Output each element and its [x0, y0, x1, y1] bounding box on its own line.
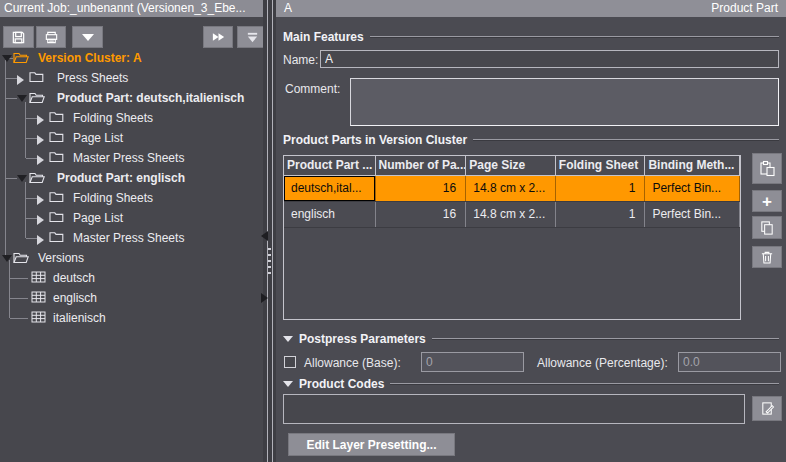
save-button[interactable]: [3, 26, 34, 48]
tree-item-deutsch[interactable]: deutsch: [0, 268, 263, 288]
folder-closed-icon: [49, 191, 64, 203]
application-window: Current Job:_unbenannt (Versionen_3_Ebe.…: [0, 0, 786, 462]
table-cell[interactable]: 1: [556, 202, 646, 227]
folder-open-icon: [13, 51, 29, 64]
product-parts-title: Product Parts in Version Cluster: [283, 133, 467, 147]
expand-toggle-icon[interactable]: [37, 135, 44, 145]
expand-toggle-icon[interactable]: [37, 215, 44, 225]
expand-toggle-icon[interactable]: [17, 75, 24, 85]
tree-item-press-sheets[interactable]: Press Sheets: [0, 68, 263, 88]
tree-item-product-part-englisch[interactable]: Product Part: englisch: [0, 168, 263, 188]
save-icon: [11, 30, 26, 45]
tree-item-master-press-sheets[interactable]: Master Press Sheets: [0, 148, 263, 168]
allowance-base-label: Allowance (Base):: [304, 356, 401, 370]
panel-splitter[interactable]: [263, 0, 276, 462]
tree-item-italienisch[interactable]: italienisch: [0, 308, 263, 328]
delete-product-part-button[interactable]: [752, 246, 782, 268]
main-features-header: Main Features: [283, 30, 779, 43]
allowance-percentage-input[interactable]: [678, 352, 781, 372]
splitter-grip: [268, 248, 271, 250]
table-row[interactable]: englisch1614.8 cm x 2...1Perfect Bin...: [284, 202, 740, 228]
column-header[interactable]: Binding Meth...: [645, 156, 740, 175]
expand-toggle-icon[interactable]: [37, 235, 44, 245]
folder-closed-icon: [49, 111, 64, 123]
tree-item-label: Product Part: deutsch,italienisch: [57, 91, 244, 105]
collapse-left-arrow-icon[interactable]: [261, 231, 268, 241]
tree-item-product-part-deutsch-italienisch[interactable]: Product Part: deutsch,italienisch: [0, 88, 263, 108]
folder-open-icon: [29, 171, 45, 184]
tree-item-label: Master Press Sheets: [73, 231, 184, 245]
section-collapse-icon[interactable]: [283, 381, 293, 387]
expand-toggle-icon[interactable]: [37, 195, 44, 205]
column-header[interactable]: Product Part ...: [284, 156, 376, 175]
job-title-bar: Current Job:_unbenannt (Versionen_3_Ebe.…: [0, 0, 263, 17]
name-label: Name:: [283, 53, 318, 67]
folder-closed-icon: [49, 151, 64, 163]
tree-item-folding-sheets[interactable]: Folding Sheets: [0, 108, 263, 128]
column-header[interactable]: Page Size: [466, 156, 556, 175]
collapse-toggle-icon[interactable]: [17, 175, 27, 182]
expand-toggle-icon[interactable]: [37, 155, 44, 165]
comment-textarea[interactable]: [350, 78, 779, 126]
group-divider: [370, 36, 779, 38]
collapse-toggle-icon[interactable]: [2, 255, 12, 262]
table-row[interactable]: deutsch,ital...1614.8 cm x 2...1Perfect …: [284, 176, 740, 202]
grid-icon: [31, 271, 46, 283]
allowance-checkbox[interactable]: [284, 356, 296, 368]
edit-layer-presetting-button[interactable]: Edit Layer Presetting...: [288, 433, 455, 456]
product-parts-header: Product Parts in Version Cluster: [283, 133, 779, 146]
tree-item-master-press-sheets[interactable]: Master Press Sheets: [0, 228, 263, 248]
product-codes-section-header[interactable]: Product Codes: [283, 377, 779, 390]
table-cell[interactable]: 1: [556, 176, 646, 201]
tree-item-englisch[interactable]: englisch: [0, 288, 263, 308]
tree-item-label: englisch: [53, 291, 97, 305]
folder-open-icon: [13, 251, 29, 264]
collapse-toggle-icon[interactable]: [2, 55, 12, 62]
expand-toggle-icon[interactable]: [37, 115, 44, 125]
print-icon: [44, 30, 59, 45]
copy-product-part-button[interactable]: [752, 216, 782, 239]
table-cell[interactable]: Perfect Bin...: [645, 202, 740, 227]
table-cell[interactable]: Perfect Bin...: [645, 176, 740, 201]
collapse-toggle-icon[interactable]: [17, 95, 27, 102]
folder-closed-icon: [49, 211, 64, 223]
tree-item-page-list[interactable]: Page List: [0, 208, 263, 228]
table-cell[interactable]: englisch: [284, 202, 376, 227]
panel-header: A Product Part: [276, 0, 786, 17]
table-cell[interactable]: 14.8 cm x 2...: [466, 202, 556, 227]
folder-open-icon: [29, 91, 45, 104]
tree-item-page-list[interactable]: Page List: [0, 128, 263, 148]
expand-right-arrow-icon[interactable]: [261, 293, 268, 303]
section-collapse-icon[interactable]: [283, 336, 293, 342]
tree-item-versions[interactable]: Versions: [0, 248, 263, 268]
table-cell[interactable]: 16: [376, 202, 467, 227]
skip-forward-button[interactable]: [203, 26, 233, 48]
folder-closed-icon: [49, 231, 64, 243]
paste-product-part-button[interactable]: [752, 153, 782, 184]
add-product-part-button[interactable]: +: [752, 190, 782, 212]
tree-item-version-cluster-a[interactable]: Version Cluster: A: [0, 48, 263, 68]
column-header[interactable]: Folding Sheet: [556, 156, 646, 175]
name-input[interactable]: [320, 50, 779, 68]
table-cell[interactable]: deutsch,ital...: [284, 176, 376, 201]
allowance-base-input[interactable]: [421, 352, 524, 372]
table-cell[interactable]: 16: [376, 176, 467, 201]
postpress-section-header[interactable]: Postpress Parameters: [283, 332, 779, 345]
group-divider: [390, 383, 779, 385]
group-divider: [473, 139, 779, 141]
grid-icon: [31, 311, 46, 323]
product-parts-table: Product Part ...Number of Pa...Page Size…: [283, 155, 741, 320]
add-icon: +: [762, 193, 772, 210]
product-codes-input[interactable]: [283, 394, 745, 424]
more-actions-button[interactable]: [72, 26, 103, 48]
grid-icon: [31, 291, 46, 303]
tree-item-folding-sheets[interactable]: Folding Sheets: [0, 188, 263, 208]
job-tree-panel: Current Job:_unbenannt (Versionen_3_Ebe.…: [0, 0, 263, 462]
edit-product-codes-button[interactable]: [752, 396, 782, 421]
tree-item-label: italienisch: [53, 311, 106, 325]
print-button[interactable]: [36, 26, 66, 48]
table-cell[interactable]: 14.8 cm x 2...: [466, 176, 556, 201]
tree-item-label: Press Sheets: [57, 71, 128, 85]
column-header[interactable]: Number of Pa...: [376, 156, 467, 175]
dropdown-icon: [82, 34, 94, 41]
